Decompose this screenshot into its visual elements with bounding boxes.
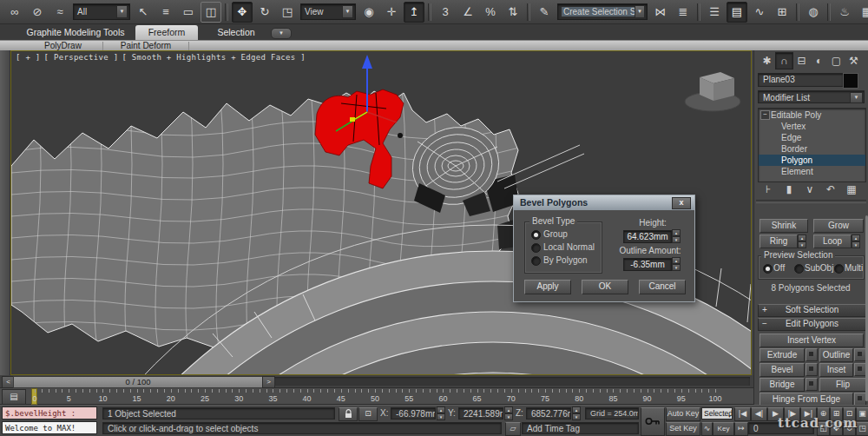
tab-freeform[interactable]: Freeform bbox=[135, 25, 198, 40]
tab-modify-icon[interactable]: ∩ bbox=[775, 52, 793, 69]
previous-frame-icon[interactable]: ◀| bbox=[751, 407, 767, 421]
go-to-start-icon[interactable]: |◀ bbox=[734, 407, 751, 421]
tab-utilities-icon[interactable]: ⚒ bbox=[845, 52, 863, 69]
stack-onoff-icon[interactable] bbox=[865, 111, 866, 121]
dropdown-arrow-icon[interactable]: ▼ bbox=[635, 5, 645, 18]
shrink-button[interactable]: Shrink bbox=[760, 219, 808, 233]
radio-local-normal-label[interactable]: Local Normal bbox=[543, 242, 595, 252]
outline-settings-icon[interactable] bbox=[854, 348, 866, 361]
time-slider-track[interactable] bbox=[274, 377, 750, 386]
flip-button[interactable]: Flip bbox=[819, 378, 866, 392]
key-mode-toggle-icon[interactable]: ↦ bbox=[734, 422, 748, 436]
spin-down-icon[interactable]: ▾ bbox=[672, 264, 681, 271]
rectangular-selection-region-icon[interactable]: ▭ bbox=[178, 2, 199, 23]
preview-subobj-label[interactable]: SubObj bbox=[805, 263, 833, 273]
x-coordinate-field[interactable]: -66.978mm bbox=[391, 407, 436, 419]
select-object-icon[interactable]: ↖ bbox=[133, 2, 154, 23]
stack-collapse-icon[interactable]: − bbox=[760, 110, 770, 120]
extrude-settings-icon[interactable] bbox=[806, 348, 818, 361]
viewport-pov-menu[interactable]: [ Perspective ] bbox=[44, 53, 119, 62]
graphite-ribbon-toggle-icon[interactable]: ▤ bbox=[727, 2, 747, 23]
maximize-viewport-icon[interactable]: ◳ bbox=[856, 422, 868, 436]
stack-item-edge[interactable]: Edge bbox=[759, 132, 866, 143]
unlink-selection-icon[interactable]: ⊘ bbox=[27, 2, 48, 23]
mini-track-editor-icon[interactable]: ▤ bbox=[2, 389, 26, 405]
named-selection-sets-dropdown[interactable]: Create Selection Se ▼ bbox=[557, 3, 648, 20]
select-and-manipulate-icon[interactable]: ✛ bbox=[381, 2, 402, 23]
outline-button[interactable]: Outline bbox=[819, 348, 853, 362]
z-spinner[interactable]: ▴▾ bbox=[572, 406, 581, 419]
set-key-button[interactable]: Set Key bbox=[666, 422, 700, 436]
schematic-view-icon[interactable]: ⊞ bbox=[772, 2, 792, 23]
stack-item-editable-poly[interactable]: − Editable Poly bbox=[759, 109, 866, 121]
show-end-result-icon[interactable]: ▮ bbox=[780, 181, 798, 198]
insert-vertex-button[interactable]: Insert Vertex bbox=[760, 334, 864, 347]
z-coordinate-field[interactable]: 6852.776m bbox=[526, 407, 571, 419]
selected-keyable-dropdown[interactable]: Selected ▼ bbox=[701, 407, 733, 419]
modifier-list-dropdown[interactable]: Modifier List ▼ bbox=[758, 90, 865, 103]
hinge-settings-icon[interactable] bbox=[854, 393, 866, 406]
tab-hierarchy-icon[interactable]: ⊟ bbox=[792, 52, 811, 69]
default-in-out-tangent-icon[interactable]: ∿ bbox=[701, 422, 713, 436]
spin-up-icon[interactable]: ▴ bbox=[672, 257, 681, 264]
bridge-button[interactable]: Bridge bbox=[760, 378, 805, 392]
object-name-field[interactable]: Plane03 bbox=[758, 73, 844, 87]
soft-selection-rollout[interactable]: + Soft Selection bbox=[758, 304, 866, 317]
preview-multi-radio[interactable] bbox=[834, 264, 844, 274]
play-animation-icon[interactable]: ▶ bbox=[767, 407, 784, 421]
remove-modifier-icon[interactable]: ↶ bbox=[822, 181, 839, 198]
mirror-icon[interactable]: ⋈ bbox=[650, 2, 671, 23]
bevel-button[interactable]: Bevel bbox=[760, 363, 805, 377]
x-spinner[interactable]: ▴▾ bbox=[437, 406, 445, 419]
go-to-end-icon[interactable]: ▶| bbox=[800, 407, 817, 421]
spin-up-icon[interactable]: ▴ bbox=[798, 235, 806, 241]
preview-multi-label[interactable]: Multi bbox=[845, 263, 863, 273]
ribbon-minimize-chevron-icon[interactable]: ▼ bbox=[271, 28, 292, 39]
time-slider-handle[interactable]: 0 / 100 bbox=[13, 376, 263, 388]
viewport-general-menu[interactable]: [ + ] bbox=[16, 53, 41, 62]
stack-item-element[interactable]: Element bbox=[759, 166, 866, 177]
current-frame-field[interactable]: 0 bbox=[748, 422, 814, 434]
spin-down-icon[interactable]: ▾ bbox=[852, 241, 860, 248]
preview-off-label[interactable]: Off bbox=[773, 263, 785, 273]
dialog-title[interactable]: Bevel Polygons bbox=[514, 195, 694, 210]
snap-toggle-3d-icon[interactable]: 3 bbox=[435, 2, 456, 23]
pin-stack-icon[interactable]: ⊦ bbox=[760, 181, 777, 198]
outline-spinner[interactable]: ▴ ▾ bbox=[672, 257, 681, 270]
bevel-settings-icon[interactable] bbox=[806, 363, 818, 376]
radio-group-label[interactable]: Group bbox=[543, 229, 568, 239]
apply-button[interactable]: Apply bbox=[524, 280, 571, 294]
spin-down-icon[interactable]: ▾ bbox=[798, 241, 806, 248]
spinner-snap-icon[interactable]: ⇅ bbox=[503, 2, 523, 23]
select-and-move-icon[interactable]: ✥ bbox=[232, 2, 253, 23]
radio-group[interactable] bbox=[531, 230, 541, 240]
selection-filter-dropdown[interactable]: All ▼ bbox=[73, 3, 130, 20]
outline-amount-field[interactable]: -6.35mm bbox=[623, 258, 672, 271]
angle-snap-icon[interactable]: ∠ bbox=[457, 2, 478, 23]
y-coordinate-field[interactable]: 2241.589m bbox=[458, 407, 503, 419]
pan-icon[interactable]: ✥ bbox=[830, 422, 843, 436]
next-frame-icon[interactable]: |▶ bbox=[784, 407, 800, 421]
select-and-rotate-icon[interactable]: ↻ bbox=[254, 2, 275, 23]
dropdown-arrow-icon[interactable]: ▼ bbox=[850, 92, 863, 103]
inset-button[interactable]: Inset bbox=[819, 363, 853, 377]
viewport-shading-menu[interactable]: [ Smooth + Highlights + Edged Faces ] bbox=[122, 53, 306, 62]
ring-spinner[interactable]: ▴ ▾ bbox=[798, 235, 806, 248]
curve-editor-icon[interactable]: ∿ bbox=[749, 2, 770, 23]
field-of-view-icon[interactable]: ◱ bbox=[817, 422, 830, 436]
align-icon[interactable]: ≣ bbox=[673, 2, 694, 23]
tab-display-icon[interactable]: ▢ bbox=[827, 52, 845, 69]
tab-motion-icon[interactable]: ◐ bbox=[810, 52, 828, 69]
viewport-canvas[interactable]: [ + ][ Perspective ][ Smooth + Highlight… bbox=[10, 50, 752, 375]
zoom-extents-all-icon[interactable]: ▣ bbox=[856, 407, 868, 421]
material-editor-icon[interactable]: ◍ bbox=[803, 2, 824, 23]
y-spinner[interactable]: ▴▾ bbox=[504, 406, 513, 419]
track-ruler[interactable]: 0510152025303540455055606570758085909510… bbox=[26, 388, 752, 405]
height-field[interactable]: 64.623mm bbox=[623, 230, 672, 243]
bind-to-spacewarp-icon[interactable]: ≈ bbox=[49, 2, 70, 23]
dialog-close-icon[interactable]: x bbox=[672, 197, 691, 209]
bridge-settings-icon[interactable] bbox=[806, 378, 818, 391]
ring-button[interactable]: Ring bbox=[760, 235, 798, 248]
select-by-name-icon[interactable]: ≡ bbox=[155, 2, 176, 23]
height-spinner[interactable]: ▴ ▾ bbox=[672, 229, 681, 242]
